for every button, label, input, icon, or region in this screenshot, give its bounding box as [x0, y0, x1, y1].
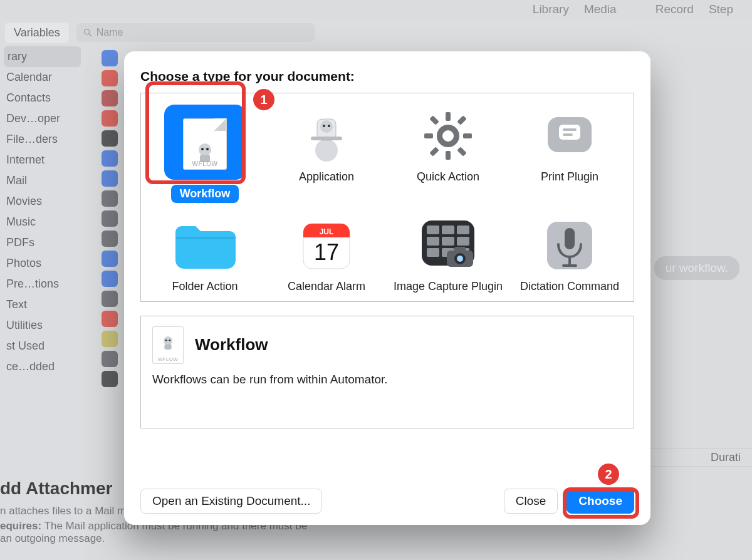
- svg-rect-40: [454, 247, 466, 253]
- svg-rect-33: [427, 237, 439, 246]
- choose-button[interactable]: Choose: [567, 489, 634, 514]
- annotation-badge-2: 2: [598, 464, 619, 485]
- application-icon: [298, 108, 355, 164]
- svg-rect-44: [565, 228, 575, 249]
- svg-rect-16: [463, 133, 472, 138]
- calendar-icon: JUL 17: [298, 217, 355, 274]
- svg-point-5: [206, 148, 209, 150]
- type-label-dictation: Dictation Command: [520, 279, 619, 294]
- button-row: Open an Existing Document... Close Choos…: [140, 489, 634, 514]
- svg-rect-14: [446, 151, 451, 160]
- svg-rect-36: [427, 248, 439, 257]
- svg-rect-32: [457, 226, 469, 234]
- image-capture-icon: [418, 217, 478, 274]
- svg-text:17: 17: [314, 239, 339, 265]
- svg-point-2: [199, 143, 211, 156]
- svg-rect-11: [311, 137, 342, 140]
- printer-icon: [541, 108, 598, 163]
- description-text: Workflows can be run from within Automat…: [152, 373, 622, 386]
- svg-point-10: [328, 125, 330, 127]
- type-folder-action[interactable]: Folder Action: [147, 214, 263, 294]
- type-grid: WFLOW Workflow Application: [140, 93, 634, 302]
- open-existing-button[interactable]: Open an Existing Document...: [140, 489, 322, 514]
- description-title: Workflow: [195, 335, 268, 355]
- svg-rect-13: [446, 112, 451, 121]
- type-calendar-alarm[interactable]: JUL 17 Calendar Alarm: [269, 214, 384, 294]
- chooser-title: Choose a type for your document:: [140, 69, 634, 84]
- svg-text:JUL: JUL: [320, 227, 334, 236]
- type-label-folder-action: Folder Action: [172, 279, 238, 294]
- automator-robot-icon: [159, 334, 177, 352]
- type-label-calendar-alarm: Calendar Alarm: [288, 279, 365, 294]
- svg-point-42: [457, 256, 463, 262]
- svg-rect-25: [563, 133, 573, 136]
- type-label-workflow: Workflow: [171, 185, 239, 203]
- svg-rect-46: [562, 264, 577, 267]
- type-label-print-plugin: Print Plugin: [541, 170, 598, 184]
- svg-rect-34: [442, 237, 454, 246]
- svg-rect-30: [427, 226, 439, 234]
- type-quick-action[interactable]: Quick Action: [390, 105, 506, 203]
- svg-rect-45: [568, 257, 571, 264]
- svg-point-50: [169, 339, 170, 341]
- close-button[interactable]: Close: [504, 489, 558, 514]
- svg-rect-17: [429, 115, 439, 125]
- svg-point-6: [315, 139, 338, 162]
- svg-point-49: [165, 339, 167, 341]
- type-label-image-capture: Image Capture Plugin: [394, 279, 503, 294]
- type-dictation-command[interactable]: Dictation Command: [512, 214, 627, 294]
- svg-rect-18: [457, 147, 467, 157]
- svg-point-8: [320, 120, 333, 133]
- microphone-icon: [542, 217, 597, 274]
- type-description-panel: WFLOW Workflow Workflows can be run from…: [140, 316, 634, 428]
- type-label-quick-action: Quick Action: [417, 170, 479, 184]
- type-application[interactable]: Application: [269, 105, 384, 203]
- svg-rect-48: [164, 344, 171, 349]
- type-image-capture-plugin[interactable]: Image Capture Plugin: [390, 214, 506, 294]
- workflow-doc-icon: WFLOW: [183, 118, 227, 170]
- svg-point-4: [201, 148, 204, 150]
- svg-rect-35: [457, 237, 469, 246]
- svg-rect-15: [424, 133, 433, 138]
- doc-ext-label: WFLOW: [183, 160, 227, 167]
- svg-rect-20: [429, 147, 439, 157]
- svg-rect-19: [457, 115, 467, 125]
- doc-ext-label: WFLOW: [153, 356, 183, 362]
- svg-point-21: [442, 130, 454, 142]
- svg-point-47: [164, 336, 172, 345]
- workflow-doc-icon-small: WFLOW: [152, 326, 184, 364]
- svg-point-9: [323, 125, 325, 127]
- svg-rect-23: [559, 125, 580, 140]
- type-print-plugin[interactable]: Print Plugin: [512, 105, 627, 203]
- type-workflow[interactable]: WFLOW Workflow: [147, 105, 263, 203]
- svg-rect-31: [442, 226, 454, 234]
- gear-icon: [420, 108, 476, 163]
- document-type-chooser: Choose a type for your document: WFLOW W…: [124, 51, 650, 525]
- type-label-application: Application: [299, 170, 354, 184]
- svg-rect-24: [563, 128, 577, 131]
- folder-icon: [170, 219, 239, 272]
